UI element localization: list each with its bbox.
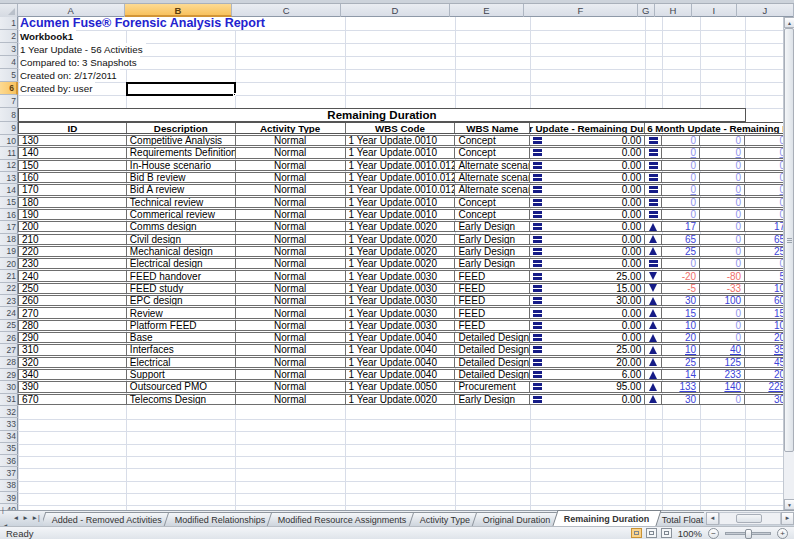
cell-wbs-code[interactable]: 1 Year Update.0030: [346, 321, 456, 330]
cell-wbs-name[interactable]: Early Design: [455, 259, 530, 268]
cell-six-month-trend[interactable]: [645, 395, 662, 404]
row-header-25[interactable]: 25: [0, 320, 18, 332]
cell-id[interactable]: 310: [19, 345, 127, 354]
cell-wbs-code[interactable]: 1 Year Update.0010: [346, 148, 456, 157]
cell-wbs-code[interactable]: 1 Year Update.0020: [346, 222, 456, 231]
cell-id[interactable]: 180: [19, 198, 127, 207]
cell-six-month-percent[interactable]: 140: [700, 382, 745, 391]
row-header-38[interactable]: 38: [0, 480, 18, 492]
cell-description[interactable]: Electrical: [127, 358, 236, 367]
cell-description[interactable]: Requirements Definition: [127, 148, 236, 157]
cell-activity-type[interactable]: Normal: [236, 235, 346, 244]
header-id[interactable]: ID: [19, 123, 127, 133]
cell-wbs-name[interactable]: Detailed Design: [455, 370, 530, 379]
cell-six-month-variance[interactable]: 0: [662, 136, 700, 145]
cell-wbs-name[interactable]: Detailed Design: [455, 345, 530, 354]
sheet-tab-modified-resource-assignments[interactable]: Modified Resource Assignments: [267, 512, 418, 526]
cell-six-month-percent[interactable]: 0: [700, 321, 745, 330]
cell-wbs-code[interactable]: 1 Year Update.0040: [346, 370, 456, 379]
cell-six-month-percent[interactable]: 100: [700, 296, 745, 305]
row-header-9[interactable]: 9: [0, 122, 18, 135]
cell-wbs-name[interactable]: FEED: [455, 271, 530, 280]
cell-six-month-percent[interactable]: 0: [700, 185, 745, 194]
cell-six-month-trend[interactable]: [645, 198, 662, 207]
cell-six-month-trend[interactable]: [645, 296, 662, 305]
row-header-27[interactable]: 27: [0, 344, 18, 356]
row-header-17[interactable]: 17: [0, 221, 18, 233]
cell-wbs-name[interactable]: Alternate scenario: [455, 173, 530, 182]
row-header-19[interactable]: 19: [0, 246, 18, 258]
cell-id[interactable]: 290: [19, 333, 127, 342]
cell-id[interactable]: 340: [19, 370, 127, 379]
cell-one-year-value[interactable]: 95.00: [530, 382, 645, 391]
header-description[interactable]: Description: [127, 123, 236, 133]
sheet-tab-remaining-duration[interactable]: Remaining Duration: [552, 510, 661, 526]
cell-one-year-value[interactable]: 0.00: [530, 333, 645, 342]
cell-wbs-name[interactable]: Early Design: [455, 222, 530, 231]
worksheet-area[interactable]: ABCDEFGHIJ 12345678910111213141516171819…: [0, 4, 794, 510]
cell-one-year-value[interactable]: 0.00: [530, 148, 645, 157]
cell-six-month-percent[interactable]: 0: [700, 198, 745, 207]
cell-one-year-value[interactable]: 0.00: [530, 308, 645, 317]
cell-wbs-code[interactable]: 1 Year Update.0030: [346, 296, 456, 305]
cell-description[interactable]: Interfaces: [127, 345, 236, 354]
cell-description[interactable]: FEED handover: [127, 271, 236, 280]
cell-wbs-code[interactable]: 1 Year Update.0050: [346, 382, 456, 391]
column-header-G[interactable]: G: [638, 4, 655, 17]
cell-six-month-trend[interactable]: [645, 148, 662, 157]
cell-wbs-code[interactable]: 1 Year Update.0010: [346, 136, 456, 145]
cell-activity-type[interactable]: Normal: [236, 382, 346, 391]
cell-description[interactable]: FEED study: [127, 284, 236, 293]
cell-six-month-variance[interactable]: 25: [662, 247, 700, 256]
row-header-14[interactable]: 14: [0, 184, 18, 196]
row-header-21[interactable]: 21: [0, 270, 18, 282]
row-header-26[interactable]: 26: [0, 332, 18, 344]
cell-one-year-value[interactable]: 0.00: [530, 185, 645, 194]
cell-wbs-name[interactable]: Procurement: [455, 382, 530, 391]
page-break-view-button[interactable]: [661, 528, 672, 538]
cell-activity-type[interactable]: Normal: [236, 259, 346, 268]
column-header-J[interactable]: J: [737, 4, 794, 17]
cell-description[interactable]: Comms design: [127, 222, 236, 231]
cell-six-month-variance[interactable]: 133: [662, 382, 700, 391]
row-header-36[interactable]: 36: [0, 455, 18, 467]
cell-description[interactable]: Mechanical design: [127, 247, 236, 256]
cell-wbs-code[interactable]: 1 Year Update.0030: [346, 284, 456, 293]
cell-id[interactable]: 260: [19, 296, 127, 305]
cell-one-year-value[interactable]: 0.00: [530, 198, 645, 207]
row-header-10[interactable]: 10: [0, 135, 18, 147]
cell-wbs-name[interactable]: Concept: [455, 148, 530, 157]
row-header-34[interactable]: 34: [0, 431, 18, 443]
cell-one-year-value[interactable]: 15.00: [530, 284, 645, 293]
cell-wbs-code[interactable]: 1 Year Update.0010.0120: [346, 161, 456, 170]
column-header-I[interactable]: I: [692, 4, 737, 17]
cell-six-month-variance[interactable]: 30: [662, 395, 700, 404]
cell-six-month-percent[interactable]: 0: [700, 222, 745, 231]
fill-handle[interactable]: [233, 93, 236, 96]
cell-one-year-value[interactable]: 25.00: [530, 271, 645, 280]
cell-six-month-variance[interactable]: 14: [662, 370, 700, 379]
cell-activity-type[interactable]: Normal: [236, 395, 346, 404]
cell-id[interactable]: 220: [19, 247, 127, 256]
cell-wbs-code[interactable]: 1 Year Update.0040: [346, 358, 456, 367]
cell-description[interactable]: Support: [127, 370, 236, 379]
header-one-year-remaining-duration[interactable]: 1 Year Update - Remaining Duration: [530, 123, 645, 133]
cell-one-year-value[interactable]: 0.00: [530, 173, 645, 182]
row-header-33[interactable]: 33: [0, 418, 18, 430]
cell-one-year-value[interactable]: 0.00: [530, 161, 645, 170]
cell-id[interactable]: 190: [19, 210, 127, 219]
cell-id[interactable]: 200: [19, 222, 127, 231]
cell-wbs-name[interactable]: Early Design: [455, 395, 530, 404]
cell-six-month-variance[interactable]: 20: [662, 333, 700, 342]
row-header-20[interactable]: 20: [0, 258, 18, 270]
cell-activity-type[interactable]: Normal: [236, 370, 346, 379]
normal-view-button[interactable]: [631, 528, 642, 538]
cell-activity-type[interactable]: Normal: [236, 358, 346, 367]
vertical-scrollbar-thumb[interactable]: [784, 28, 794, 452]
cell-description[interactable]: Civil design: [127, 235, 236, 244]
cell-activity-type[interactable]: Normal: [236, 345, 346, 354]
cell-activity-type[interactable]: Normal: [236, 161, 346, 170]
cell-six-month-percent[interactable]: 0: [700, 333, 745, 342]
cell-six-month-variance[interactable]: 15: [662, 308, 700, 317]
cell-six-month-trend[interactable]: [645, 382, 662, 391]
